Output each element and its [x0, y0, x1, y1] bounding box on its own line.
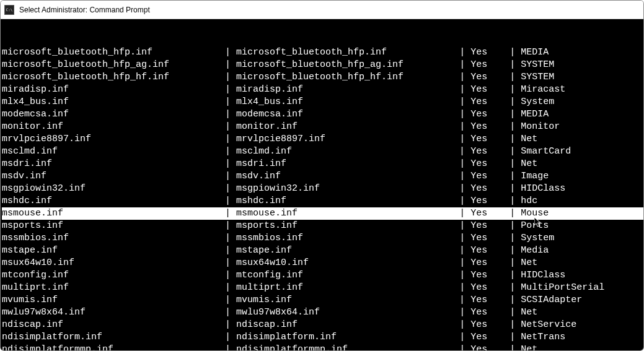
col-class: System — [521, 233, 554, 243]
table-row[interactable]: msux64w10.inf | msux64w10.inf | Yes | Ne… — [2, 257, 643, 269]
col-class: HIDClass — [521, 270, 565, 280]
col-original-name: mlx4_bus.inf — [236, 97, 303, 107]
col-inbox: Yes — [470, 196, 487, 206]
col-class: Media — [521, 245, 549, 256]
col-class: NetTrans — [521, 332, 565, 342]
table-row[interactable]: mtconfig.inf | mtconfig.inf | Yes | HIDC… — [2, 269, 643, 282]
table-row[interactable]: mrvlpcie8897.inf | mrvlpcie8897.inf | Ye… — [2, 133, 643, 145]
col-original-name: msdv.inf — [236, 171, 281, 181]
col-published-name: mstape.inf — [2, 245, 58, 256]
col-published-name: mvumis.inf — [2, 295, 58, 305]
col-class: System — [521, 97, 554, 107]
table-row[interactable]: ndisimplatformmp.inf | ndisimplatformmp.… — [2, 344, 643, 351]
window-title: Select Administrator: Command Prompt — [19, 6, 150, 14]
col-inbox: Yes — [470, 158, 487, 169]
col-original-name: mrvlpcie8897.inf — [236, 134, 325, 144]
col-inbox: Yes — [470, 72, 487, 82]
col-original-name: mvumis.inf — [236, 295, 292, 305]
col-class: Net — [521, 158, 537, 169]
col-class: SmartCard — [521, 146, 571, 157]
table-row[interactable]: mvumis.inf | mvumis.inf | Yes | SCSIAdap… — [2, 294, 643, 306]
table-row[interactable]: multiprt.inf | multiprt.inf | Yes | Mult… — [2, 282, 643, 294]
col-original-name: monitor.inf — [236, 121, 298, 132]
col-published-name: msgpiowin32.inf — [2, 183, 86, 194]
col-published-name: microsoft_bluetooth_hfp_ag.inf — [2, 59, 169, 70]
col-inbox: Yes — [470, 332, 487, 342]
col-inbox: Yes — [470, 344, 487, 351]
table-row[interactable]: mwlu97w8x64.inf | mwlu97w8x64.inf | Yes … — [2, 306, 643, 319]
col-inbox: Yes — [470, 307, 487, 318]
col-class: MEDIA — [521, 109, 549, 119]
table-row[interactable]: msdv.inf | msdv.inf | Yes | Image — [2, 170, 643, 183]
col-class: Mouse — [521, 208, 549, 219]
table-row[interactable]: msports.inf | msports.inf | Yes | Ports — [2, 220, 643, 232]
col-original-name: msmouse.inf — [236, 208, 298, 219]
col-published-name: msports.inf — [2, 220, 63, 231]
col-class: Net — [521, 134, 537, 144]
col-original-name: msclmd.inf — [236, 146, 292, 157]
col-class: SYSTEM — [521, 59, 554, 70]
col-published-name: miradisp.inf — [2, 84, 69, 95]
col-inbox: Yes — [470, 245, 487, 256]
col-class: MultiPortSerial — [521, 282, 604, 293]
col-published-name: monitor.inf — [2, 121, 63, 132]
table-row[interactable]: microsoft_bluetooth_hfp_ag.inf | microso… — [2, 59, 643, 71]
table-row[interactable]: monitor.inf | monitor.inf | Yes | Monito… — [2, 121, 643, 133]
col-published-name: modemcsa.inf — [2, 109, 69, 119]
table-row[interactable]: msclmd.inf | msclmd.inf | Yes | SmartCar… — [2, 145, 643, 158]
table-row[interactable]: msmouse.inf | msmouse.inf | Yes | Mouse — [2, 207, 643, 220]
table-row[interactable]: microsoft_bluetooth_hfp.inf | microsoft_… — [2, 46, 643, 59]
col-inbox: Yes — [470, 183, 487, 194]
table-row[interactable]: msgpiowin32.inf | msgpiowin32.inf | Yes … — [2, 183, 643, 195]
col-published-name: msux64w10.inf — [2, 258, 74, 268]
col-inbox: Yes — [470, 295, 487, 305]
col-published-name: msmouse.inf — [2, 208, 63, 219]
table-row[interactable]: ndisimplatform.inf | ndisimplatform.inf … — [2, 331, 643, 344]
table-row[interactable]: mstape.inf | mstape.inf | Yes | Media — [2, 245, 643, 257]
col-original-name: mstape.inf — [236, 245, 292, 256]
col-inbox: Yes — [470, 47, 487, 58]
col-inbox: Yes — [470, 233, 487, 243]
col-original-name: msdri.inf — [236, 158, 286, 169]
col-original-name: microsoft_bluetooth_hfp_ag.inf — [236, 59, 404, 70]
col-published-name: ndiscap.inf — [2, 319, 63, 330]
col-class: HIDClass — [521, 183, 565, 194]
table-row[interactable]: ndiscap.inf | ndiscap.inf | Yes | NetSer… — [2, 319, 643, 331]
col-original-name: msgpiowin32.inf — [236, 183, 320, 194]
col-original-name: microsoft_bluetooth_hfp.inf — [236, 47, 387, 58]
table-row[interactable]: mlx4_bus.inf | mlx4_bus.inf | Yes | Syst… — [2, 96, 643, 108]
col-inbox: Yes — [470, 146, 487, 157]
cmd-icon — [4, 5, 14, 15]
col-class: SCSIAdapter — [521, 295, 582, 305]
col-class: Miracast — [521, 84, 565, 95]
table-row[interactable]: mssmbios.inf | mssmbios.inf | Yes | Syst… — [2, 232, 643, 245]
window-titlebar[interactable]: Select Administrator: Command Prompt — [1, 1, 643, 19]
col-published-name: ndisimplatformmp.inf — [2, 344, 113, 351]
col-class: Ports — [521, 220, 549, 231]
table-row[interactable]: modemcsa.inf | modemcsa.inf | Yes | MEDI… — [2, 108, 643, 121]
col-inbox: Yes — [470, 121, 487, 132]
col-published-name: mtconfig.inf — [2, 270, 69, 280]
col-original-name: mshdc.inf — [236, 196, 286, 206]
terminal-output[interactable]: microsoft_bluetooth_hfp.inf | microsoft_… — [1, 19, 643, 350]
table-row[interactable]: mshdc.inf | mshdc.inf | Yes | hdc — [2, 195, 643, 207]
col-inbox: Yes — [470, 258, 487, 268]
table-row[interactable]: msdri.inf | msdri.inf | Yes | Net — [2, 158, 643, 170]
col-original-name: mssmbios.inf — [236, 233, 303, 243]
col-published-name: ndisimplatform.inf — [2, 332, 102, 342]
col-published-name: microsoft_bluetooth_hfp.inf — [2, 47, 152, 58]
col-inbox: Yes — [470, 97, 487, 107]
col-published-name: microsoft_bluetooth_hfp_hf.inf — [2, 72, 169, 82]
col-inbox: Yes — [470, 171, 487, 181]
col-original-name: microsoft_bluetooth_hfp_hf.inf — [236, 72, 404, 82]
col-published-name: multiprt.inf — [2, 282, 69, 293]
col-original-name: multiprt.inf — [236, 282, 303, 293]
table-row[interactable]: miradisp.inf | miradisp.inf | Yes | Mira… — [2, 84, 643, 96]
table-row[interactable]: microsoft_bluetooth_hfp_hf.inf | microso… — [2, 71, 643, 84]
col-original-name: ndiscap.inf — [236, 319, 298, 330]
col-original-name: ndisimplatform.inf — [236, 332, 337, 342]
col-published-name: mshdc.inf — [2, 196, 52, 206]
col-published-name: mlx4_bus.inf — [2, 97, 69, 107]
col-inbox: Yes — [470, 208, 487, 219]
col-inbox: Yes — [470, 84, 487, 95]
